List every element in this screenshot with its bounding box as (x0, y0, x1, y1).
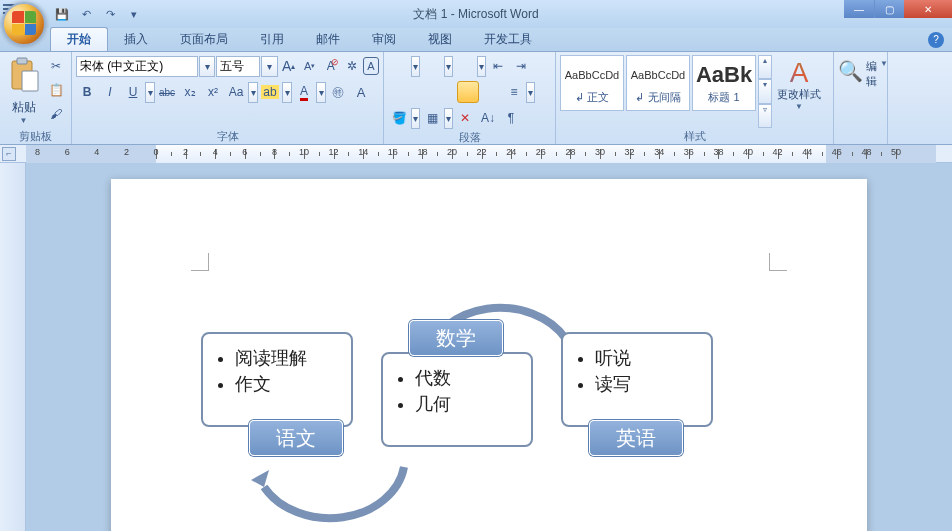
numbering-dropdown-icon[interactable]: ▾ (444, 56, 453, 77)
group-styles: AaBbCcDd ↲ 正文 AaBbCcDd ↲ 无间隔 AaBk 标题 1 ▴… (556, 52, 834, 144)
borders-icon[interactable]: ▦ (421, 107, 443, 129)
bullets-button[interactable] (388, 55, 410, 77)
paste-label[interactable]: 粘贴 (4, 99, 43, 116)
tab-view[interactable]: 视图 (412, 28, 468, 51)
highlight-button[interactable]: ab (259, 81, 281, 103)
change-case-button[interactable]: Aa (225, 81, 247, 103)
shrink-font-icon[interactable]: A▾ (300, 55, 320, 77)
card-item: 代数 (415, 366, 519, 390)
paste-icon[interactable] (8, 57, 40, 93)
text-direction-icon[interactable]: ✕ (454, 107, 476, 129)
decrease-indent-icon[interactable]: ⇤ (487, 55, 509, 77)
clipboard-group-label: 剪贴板 (4, 128, 67, 144)
bold-button[interactable]: B (76, 81, 98, 103)
tab-mailings[interactable]: 邮件 (300, 28, 356, 51)
gallery-down-icon[interactable]: ▾ (758, 79, 772, 103)
underline-dropdown-icon[interactable]: ▾ (145, 82, 155, 103)
style-nospacing[interactable]: AaBbCcDd ↲ 无间隔 (626, 55, 690, 111)
align-left-button[interactable] (388, 81, 410, 103)
qat-dropdown-icon[interactable]: ▾ (124, 4, 144, 24)
multilevel-dropdown-icon[interactable]: ▾ (477, 56, 486, 77)
gallery-up-icon[interactable]: ▴ (758, 55, 772, 79)
borders-dropdown-icon[interactable]: ▾ (444, 108, 453, 129)
char-border-icon[interactable]: A (363, 57, 379, 75)
group-clipboard: 粘贴 ▼ ✂ 📋 🖌 剪贴板 (0, 52, 72, 144)
group-font: ▾ ▾ A▴ A▾ A⊘ ✲ A B I U ▾ abc x₂ x² Aa ▾ … (72, 52, 384, 144)
undo-icon[interactable]: ↶ (76, 4, 96, 24)
copy-icon[interactable]: 📋 (45, 79, 67, 101)
page[interactable]: 阅读理解 作文 语文 代数 几何 数学 听说 读 (111, 179, 867, 531)
spacing-dropdown-icon[interactable]: ▾ (526, 82, 535, 103)
smartart-card-1[interactable]: 阅读理解 作文 (201, 332, 353, 427)
svg-rect-2 (22, 71, 38, 91)
card-item: 几何 (415, 392, 519, 416)
font-color-button[interactable]: A (293, 81, 315, 103)
multilevel-button[interactable] (454, 55, 476, 77)
superscript-button[interactable]: x² (202, 81, 224, 103)
smartart-label-2[interactable]: 数学 (409, 320, 503, 356)
smartart-card-3[interactable]: 听说 读写 (561, 332, 713, 427)
shading-dropdown-icon[interactable]: ▾ (411, 108, 420, 129)
line-spacing-icon[interactable]: ≡ (503, 81, 525, 103)
tab-developer[interactable]: 开发工具 (468, 28, 548, 51)
strikethrough-button[interactable]: abc (156, 81, 178, 103)
document-scroll[interactable]: 阅读理解 作文 语文 代数 几何 数学 听说 读 (26, 163, 952, 531)
show-marks-icon[interactable]: ¶ (500, 107, 522, 129)
increase-indent-icon[interactable]: ⇥ (510, 55, 532, 77)
align-right-button[interactable] (434, 81, 456, 103)
font-size-dropdown-icon[interactable]: ▾ (261, 56, 277, 77)
distributed-button[interactable] (480, 81, 502, 103)
highlight-dropdown-icon[interactable]: ▾ (282, 82, 292, 103)
change-styles-button[interactable]: A 更改样式 ▼ (774, 55, 824, 128)
font-name-dropdown-icon[interactable]: ▾ (199, 56, 215, 77)
tab-insert[interactable]: 插入 (108, 28, 164, 51)
vertical-ruler[interactable] (0, 163, 26, 531)
underline-button[interactable]: U (122, 81, 144, 103)
ruler-corner[interactable]: ⌐ (2, 147, 16, 161)
help-icon[interactable]: ? (928, 32, 944, 48)
save-icon[interactable]: 💾 (52, 4, 72, 24)
justify-button[interactable] (457, 81, 479, 103)
maximize-button[interactable]: ▢ (874, 0, 904, 18)
gallery-more-icon[interactable]: ▿ (758, 104, 772, 128)
tab-home[interactable]: 开始 (50, 27, 108, 51)
numbering-button[interactable] (421, 55, 443, 77)
align-center-button[interactable] (411, 81, 433, 103)
italic-button[interactable]: I (99, 81, 121, 103)
subscript-button[interactable]: x₂ (179, 81, 201, 103)
window-controls: — ▢ ✕ (844, 0, 952, 18)
char-shading-icon[interactable]: A (350, 81, 372, 103)
redo-icon[interactable]: ↷ (100, 4, 120, 24)
close-button[interactable]: ✕ (904, 0, 952, 18)
smartart-card-2[interactable]: 代数 几何 (381, 352, 533, 447)
office-button[interactable] (2, 2, 46, 46)
minimize-button[interactable]: — (844, 0, 874, 18)
smartart-label-1[interactable]: 语文 (249, 420, 343, 456)
grow-font-icon[interactable]: A▴ (279, 55, 299, 77)
cut-icon[interactable]: ✂ (45, 55, 67, 77)
sort-icon[interactable]: A↓ (477, 107, 499, 129)
editing-label[interactable]: 编辑 (865, 59, 878, 128)
horizontal-ruler[interactable]: 0246810121416182022242628303234363840424… (26, 145, 936, 163)
style-heading1[interactable]: AaBk 标题 1 (692, 55, 756, 111)
case-dropdown-icon[interactable]: ▾ (248, 82, 258, 103)
tab-pagelayout[interactable]: 页面布局 (164, 28, 244, 51)
enclosed-char-icon[interactable]: ㊕ (327, 81, 349, 103)
clear-format-icon[interactable]: A⊘ (321, 55, 341, 77)
card-item: 作文 (235, 372, 339, 396)
style-normal[interactable]: AaBbCcDd ↲ 正文 (560, 55, 624, 111)
font-size-combo[interactable] (216, 56, 260, 77)
tab-references[interactable]: 引用 (244, 28, 300, 51)
tab-review[interactable]: 审阅 (356, 28, 412, 51)
ribbon: 粘贴 ▼ ✂ 📋 🖌 剪贴板 ▾ ▾ A▴ A▾ A⊘ ✲ A (0, 52, 952, 145)
paragraph-group-label: 段落 (388, 129, 551, 145)
font-name-combo[interactable] (76, 56, 198, 77)
find-icon[interactable]: 🔍 (838, 59, 863, 128)
bullets-dropdown-icon[interactable]: ▾ (411, 56, 420, 77)
format-painter-icon[interactable]: 🖌 (45, 103, 67, 125)
smartart-label-3[interactable]: 英语 (589, 420, 683, 456)
font-color-dropdown-icon[interactable]: ▾ (316, 82, 326, 103)
phonetic-guide-icon[interactable]: ✲ (342, 55, 362, 77)
shading-icon[interactable]: 🪣 (388, 107, 410, 129)
smartart-graphic[interactable]: 阅读理解 作文 语文 代数 几何 数学 听说 读 (201, 324, 761, 524)
